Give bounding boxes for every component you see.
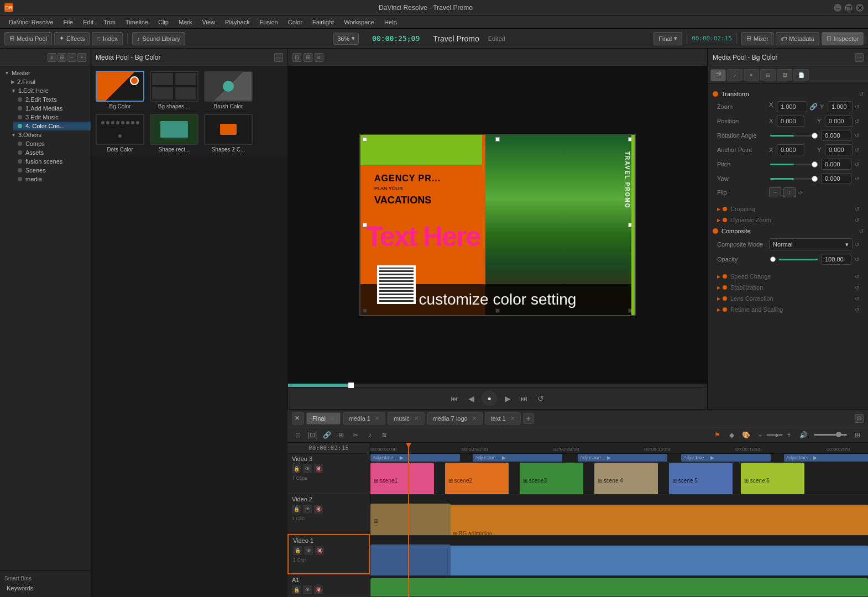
insp-section-retime-scaling[interactable]: Retime and Scaling ↺: [713, 304, 864, 315]
tree-item-2final[interactable]: ▶ 2.Final: [7, 77, 91, 86]
tree-item-1edit-here[interactable]: ▼ 1.Edit Here: [7, 86, 91, 95]
insp-section-stabilization[interactable]: Stabilization ↺: [713, 282, 864, 293]
maximize-button[interactable]: □: [845, 4, 853, 12]
track-eye-v2-icon[interactable]: 👁: [303, 505, 312, 514]
menu-mark[interactable]: Mark: [174, 18, 196, 27]
adj-v3-2[interactable]: Adjustme... ▶: [473, 454, 562, 462]
zoom-dropdown[interactable]: 36% ▾: [333, 33, 359, 45]
tree-item-comps[interactable]: Comps: [13, 139, 91, 148]
insp-tab-file[interactable]: 📄: [793, 69, 809, 81]
opacity-slider[interactable]: [779, 259, 818, 260]
mp-item-bg-color[interactable]: Bg Color: [96, 71, 145, 109]
track-lock-v2-icon[interactable]: 🔒: [292, 505, 301, 514]
adj-v3-1[interactable]: Adjustme... ▶: [370, 454, 460, 462]
panel-zoom-in[interactable]: +: [77, 53, 86, 62]
tree-item-fusion-scenes[interactable]: fusion scenes: [13, 157, 91, 166]
flip-h-button[interactable]: ↔: [769, 187, 781, 197]
tab-music[interactable]: music ✕: [388, 412, 425, 425]
position-x-field[interactable]: 0.000: [777, 116, 804, 127]
play-forward-button[interactable]: ▶: [501, 392, 514, 405]
composite-mode-reset-icon[interactable]: ↺: [855, 242, 859, 248]
tree-item-media[interactable]: media: [13, 175, 91, 184]
tl-tool-select[interactable]: ⊡: [292, 429, 304, 441]
cropping-reset-icon[interactable]: ↺: [855, 206, 859, 212]
retime-reset-icon[interactable]: ↺: [855, 307, 859, 313]
pitch-field[interactable]: 0.000: [821, 159, 851, 170]
menu-file[interactable]: File: [59, 18, 78, 27]
tab-media1-close[interactable]: ✕: [375, 415, 379, 421]
zoom-link-icon[interactable]: 🔗: [809, 103, 818, 111]
tab-media1[interactable]: media 1 ✕: [343, 412, 385, 425]
insp-tab-audio[interactable]: ♪: [727, 69, 742, 81]
zoom-reset-icon[interactable]: ↺: [855, 104, 859, 110]
insp-transform-header[interactable]: Transform ↺: [713, 88, 864, 100]
clip-scene3[interactable]: ⊞ scene3: [520, 463, 583, 495]
tree-item-2edit-texts[interactable]: 2.Edit Texts: [13, 95, 91, 104]
tree-item-3others[interactable]: ▼ 3.Others: [7, 130, 91, 139]
effects-button[interactable]: ✦ Effects: [54, 32, 90, 45]
insp-section-speed-change[interactable]: Speed Change ↺: [713, 271, 864, 282]
mp-item-shapes-2c[interactable]: Shapes 2 C...: [204, 114, 254, 153]
preview-scrubber[interactable]: [288, 384, 707, 387]
track-mute-v2-icon[interactable]: 🔇: [314, 505, 323, 514]
tl-zoom-slider[interactable]: ━━●━: [768, 429, 781, 441]
insp-tab-effects[interactable]: ✦: [744, 69, 759, 81]
mp-item-bg-shapes[interactable]: Bg shapes ...: [150, 71, 200, 109]
anchor-reset-icon[interactable]: ↺: [855, 147, 859, 153]
tl-link-icon[interactable]: 🔗: [321, 429, 333, 441]
clip-scene5[interactable]: ⊞ scene 5: [669, 463, 733, 495]
tl-volume-icon[interactable]: 🔊: [797, 429, 809, 441]
zoom-x-field[interactable]: 1.000: [777, 101, 807, 112]
timeline-add-tab-button[interactable]: +: [523, 413, 534, 424]
mp-item-shape-rect[interactable]: Shape rect...: [150, 114, 200, 153]
tl-marker-icon[interactable]: ◆: [725, 429, 738, 441]
yaw-slider[interactable]: [770, 178, 818, 180]
clip-scene2[interactable]: ⊞ scene2: [445, 463, 509, 495]
yaw-reset-icon[interactable]: ↺: [855, 176, 859, 182]
close-button[interactable]: ✕: [856, 4, 864, 12]
track-lock-a1-icon[interactable]: 🔒: [292, 585, 301, 594]
zoom-y-field[interactable]: 1.000: [828, 101, 853, 112]
clip-bg-animation[interactable]: ⊞: [370, 504, 451, 536]
position-reset-icon[interactable]: ↺: [855, 118, 859, 124]
opacity-field[interactable]: 100.00: [821, 254, 851, 265]
tree-item-4color-con[interactable]: 4. Color Con...: [13, 122, 91, 130]
inspector-button[interactable]: ⊡ Inspector: [822, 32, 864, 45]
anchor-y-field[interactable]: 0.000: [825, 144, 853, 155]
composite-reset-icon[interactable]: ↺: [859, 228, 864, 234]
tab-final-close[interactable]: ✕: [330, 415, 334, 421]
clip-v1-blue[interactable]: [370, 544, 451, 577]
tree-item-master[interactable]: ▼ Master: [0, 69, 91, 77]
step-back-button[interactable]: ◀: [465, 392, 477, 405]
menu-fairlight[interactable]: Fairlight: [308, 18, 338, 27]
menu-workspace[interactable]: Workspace: [339, 18, 379, 27]
go-to-end-button[interactable]: ⏭: [518, 392, 530, 405]
tl-volume-slider[interactable]: [814, 434, 847, 436]
menu-color[interactable]: Color: [284, 18, 307, 27]
position-y-field[interactable]: 0.000: [825, 116, 853, 127]
track-mute-v3-icon[interactable]: 🔇: [314, 464, 323, 473]
preview-grid-icon[interactable]: ⊞: [304, 53, 312, 62]
adj-v3-3[interactable]: Adjustme... ▶: [578, 454, 667, 462]
tab-music-close[interactable]: ✕: [414, 415, 419, 421]
inspector-options-icon[interactable]: ⋯: [855, 53, 864, 62]
menu-clip[interactable]: Clip: [154, 18, 173, 27]
timeline-ruler[interactable]: 00:00:00:00 00:00:04:00 00:00:08:00 00:0…: [370, 443, 868, 454]
clip-bg-main[interactable]: ⊞ BG animation: [451, 505, 868, 536]
menu-playback[interactable]: Playback: [221, 18, 254, 27]
tab-text1[interactable]: text 1 ✕: [485, 412, 521, 425]
smart-bin-keywords[interactable]: Keywords: [4, 584, 86, 593]
clip-scene6[interactable]: ⊞ scene 6: [741, 463, 804, 495]
insp-tab-transition[interactable]: ⊟: [760, 69, 776, 81]
insp-tab-image[interactable]: 🖼: [777, 69, 792, 81]
insp-section-lens-correction[interactable]: Lens Correction ↺: [713, 293, 864, 304]
clip-scene1[interactable]: ⊞ scene1: [370, 463, 434, 495]
tl-audio2-icon[interactable]: ≋: [378, 429, 390, 441]
tab-media7logo-close[interactable]: ✕: [472, 415, 477, 421]
adj-v3-4[interactable]: Adjustme... ▶: [681, 454, 771, 462]
menu-view[interactable]: View: [197, 18, 219, 27]
menu-edit[interactable]: Edit: [79, 18, 98, 27]
anchor-x-field[interactable]: 0.000: [777, 144, 804, 155]
menu-trim[interactable]: Trim: [99, 18, 120, 27]
rotation-reset-icon[interactable]: ↺: [855, 133, 859, 139]
